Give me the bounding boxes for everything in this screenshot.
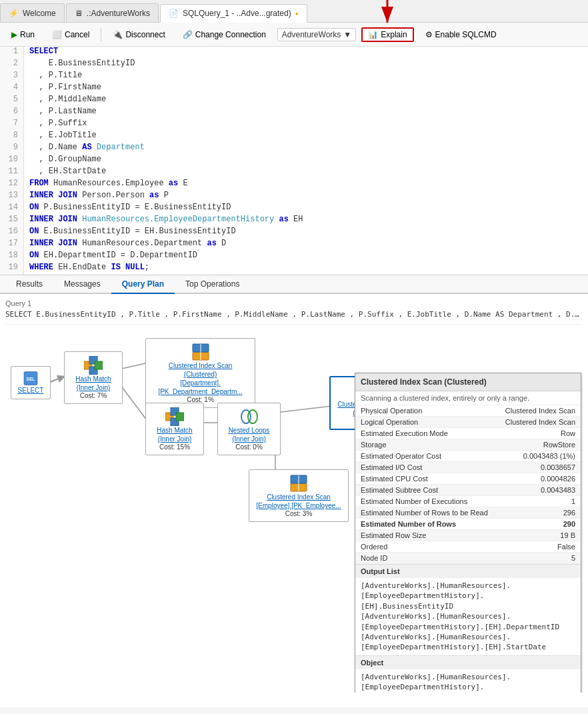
tooltip-row: Estimated CPU Cost0.0004826 bbox=[355, 473, 581, 485]
tooltip-row: Estimated Number of Rows290 bbox=[355, 519, 581, 530]
code-line: 7 , P.Suffix bbox=[0, 119, 588, 131]
run-icon: ▶ bbox=[11, 30, 17, 39]
svg-line-2 bbox=[49, 376, 65, 383]
tooltip-row: Estimated I/O Cost0.0038657 bbox=[355, 462, 581, 473]
tooltip-output-list: [AdventureWorks].[HumanResources].[Emplo… bbox=[355, 578, 581, 655]
disconnect-button[interactable]: 🔌 Disconnect bbox=[107, 28, 171, 41]
svg-line-4 bbox=[119, 383, 149, 423]
tab-sqlquery[interactable]: 📄 SQLQuery_1 - ..Adve...grated) ● bbox=[160, 4, 307, 23]
cancel-button[interactable]: ⬜ Cancel bbox=[46, 28, 95, 41]
query-plan-area: Query 1 SELECT E.BusinessEntityID , P.Ti… bbox=[0, 294, 588, 707]
hash-match-icon bbox=[84, 356, 103, 375]
code-line: 10 , D.GroupName bbox=[0, 155, 588, 167]
select-icon: SEL bbox=[21, 371, 40, 386]
code-line: 9 , D.Name AS Department bbox=[0, 143, 588, 155]
tab-bar: ⚡ Welcome 🖥 .:AdventureWorks 📄 SQLQuery_… bbox=[0, 0, 588, 23]
tab-welcome[interactable]: ⚡ Welcome bbox=[0, 3, 65, 22]
run-button[interactable]: ▶ Run bbox=[5, 28, 41, 41]
code-line: 18 ON EH.DepartmentID = D.DepartmentID bbox=[0, 251, 588, 263]
tooltip-row: StorageRowStore bbox=[355, 439, 581, 451]
sqlcmd-icon: ⚙ bbox=[425, 30, 433, 39]
code-line: 4 , P.FirstName bbox=[0, 83, 588, 95]
code-line: 19 WHERE EH.EndDate IS NULL; bbox=[0, 263, 588, 275]
disconnect-icon: 🔌 bbox=[113, 30, 123, 39]
chevron-down-icon: ▼ bbox=[343, 30, 351, 39]
code-line: 5 , P.MiddleName bbox=[0, 95, 588, 107]
toolbar: ▶ Run ⬜ Cancel 🔌 Disconnect 🔗 Change Con… bbox=[0, 23, 588, 47]
hash-match-icon-2 bbox=[165, 407, 184, 426]
tooltip-title: Clustered Index Scan (Clustered) bbox=[355, 373, 581, 391]
tab-welcome-label: Welcome bbox=[23, 9, 56, 18]
tooltip-output-list-header: Output List bbox=[355, 564, 581, 578]
code-line: 6 , P.LastName bbox=[0, 107, 588, 119]
tooltip-row: Estimated Subtree Cost0.0043483 bbox=[355, 485, 581, 496]
tooltip-row: Estimated Operator Cost0.0043483 (1%) bbox=[355, 451, 581, 462]
code-line: 2 E.BusinessEntityID bbox=[0, 59, 588, 71]
plan-diagram: SEL SELECT Hash Match(Inner Join) Cost: … bbox=[5, 333, 583, 693]
svg-line-9 bbox=[49, 376, 65, 383]
query-sql: SELECT E.BusinessEntityID , P.Title , P.… bbox=[5, 310, 583, 325]
plan-node-clustered-dept[interactable]: Clustered Index Scan (Clustered)[Departm… bbox=[145, 338, 255, 408]
tooltip-object-header: Object bbox=[355, 655, 581, 669]
clustered-index-icon-dept bbox=[191, 343, 210, 361]
enable-sqlcmd-button[interactable]: ⚙ Enable SQLCMD bbox=[419, 28, 503, 41]
svg-rect-22 bbox=[176, 413, 184, 421]
sep1 bbox=[101, 28, 101, 41]
tab-adventureworks[interactable]: 🖥 .:AdventureWorks bbox=[66, 3, 159, 22]
tooltip-object: [AdventureWorks].[HumanResources].[Emplo… bbox=[355, 669, 581, 693]
clustered-index-icon-emp bbox=[289, 474, 308, 493]
explain-button[interactable]: 📊 Explain bbox=[361, 27, 413, 42]
svg-line-3 bbox=[119, 363, 149, 369]
plan-node-hash-match-1[interactable]: Hash Match(Inner Join) Cost: 7% bbox=[64, 351, 123, 404]
tooltip-row: Estimated Execution ModeRow bbox=[355, 428, 581, 439]
explain-icon: 📊 bbox=[368, 30, 378, 39]
modified-dot: ● bbox=[295, 11, 299, 17]
tooltip-row: Estimated Number of Rows to be Read296 bbox=[355, 507, 581, 519]
plan-node-hash-match-2[interactable]: Hash Match(Inner Join) Cost: 15% bbox=[145, 403, 204, 455]
tab-messages[interactable]: Messages bbox=[53, 275, 111, 294]
tooltip-row: Logical OperationClustered Index Scan bbox=[355, 417, 581, 428]
database-selector[interactable]: AdventureWorks ▼ bbox=[277, 28, 356, 41]
nested-loops-icon bbox=[240, 407, 259, 426]
tooltip-properties-table: Physical OperationClustered Index Scan L… bbox=[355, 405, 581, 564]
code-line: 13 INNER JOIN Person.Person as P bbox=[0, 191, 588, 203]
db-icon: 🖥 bbox=[75, 9, 83, 18]
tooltip-row: Estimated Row Size19 B bbox=[355, 530, 581, 541]
query-label: Query 1 bbox=[5, 299, 583, 307]
plan-node-clustered-employee[interactable]: Clustered Index Scan[Employee].[PK_Emplo… bbox=[249, 469, 349, 522]
plan-node-nested-loops[interactable]: Nested Loops(Inner Join) Cost: 0% bbox=[217, 403, 281, 455]
tab-top-operations[interactable]: Top Operations bbox=[175, 275, 250, 294]
code-editor[interactable]: 1 SELECT 2 E.BusinessEntityID 3 , P.Titl… bbox=[0, 47, 588, 275]
code-line: 8 , E.JobTitle bbox=[0, 131, 588, 143]
code-line: 17 INNER JOIN HumanResources.Department … bbox=[0, 239, 588, 251]
tooltip-row: OrderedFalse bbox=[355, 541, 581, 553]
query-icon: 📄 bbox=[169, 9, 179, 18]
tab-sql-label: SQLQuery_1 - ..Adve...grated) bbox=[183, 9, 291, 18]
code-line: 12 FROM HumanResources.Employee as E bbox=[0, 179, 588, 191]
code-line: 11 , EH.StartDate bbox=[0, 167, 588, 179]
tab-query-plan[interactable]: Query Plan bbox=[111, 275, 175, 294]
tab-results[interactable]: Results bbox=[5, 275, 53, 294]
svg-rect-15 bbox=[95, 361, 103, 369]
change-conn-icon: 🔗 bbox=[183, 30, 193, 39]
tooltip-description: Scanning a clustered index, entirely or … bbox=[355, 391, 581, 405]
code-line: 14 ON P.BusinessEntityID = E.BusinessEnt… bbox=[0, 203, 588, 215]
change-connection-button[interactable]: 🔗 Change Connection bbox=[177, 28, 272, 41]
tab-aw-label: .:AdventureWorks bbox=[87, 9, 150, 18]
code-line: 3 , P.Title bbox=[0, 71, 588, 83]
tooltip-row: Physical OperationClustered Index Scan bbox=[355, 405, 581, 417]
tooltip-row: Node ID5 bbox=[355, 553, 581, 564]
code-line: 16 ON E.BusinessEntityID = EH.BusinessEn… bbox=[0, 227, 588, 239]
welcome-icon: ⚡ bbox=[9, 9, 19, 18]
svg-text:SEL: SEL bbox=[27, 377, 35, 381]
result-tabs: Results Messages Query Plan Top Operatio… bbox=[0, 275, 588, 294]
cancel-icon: ⬜ bbox=[52, 30, 62, 39]
tooltip-row: Estimated Number of Executions1 bbox=[355, 496, 581, 507]
code-line: 1 SELECT bbox=[0, 47, 588, 59]
svg-line-6 bbox=[275, 406, 332, 413]
tooltip-panel: Clustered Index Scan (Clustered) Scannin… bbox=[355, 373, 581, 693]
svg-point-24 bbox=[248, 410, 257, 423]
plan-node-select[interactable]: SEL SELECT bbox=[11, 366, 51, 399]
code-line: 15 INNER JOIN HumanResources.EmployeeDep… bbox=[0, 215, 588, 227]
db-name-label: AdventureWorks bbox=[282, 30, 341, 39]
